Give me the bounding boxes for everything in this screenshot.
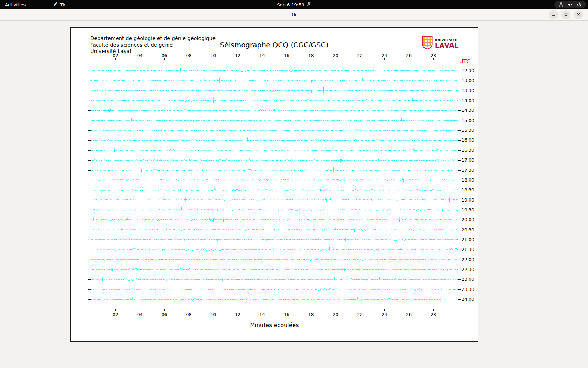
row-time-label: 19:30 [462,207,474,213]
row-time-label: 24:00 [462,297,474,302]
row-tick-left [88,140,91,141]
row-time-label: 18:00 [462,177,474,183]
row-time-label: 15:00 [462,118,474,123]
window-titlebar[interactable]: tk [0,9,588,21]
minimize-button[interactable] [549,10,558,19]
row-tick-right [458,210,461,210]
row-tick-right [458,190,461,190]
row-time-label: 20:30 [462,227,474,233]
row-tick-left [88,230,91,230]
close-button[interactable] [574,10,583,19]
row-tick-right [458,160,461,161]
row-tick-right [458,150,461,151]
row-tick-left [88,170,91,171]
x-tick-label-bottom: 04 [134,312,146,317]
row-tick-left [88,210,91,210]
x-tick-label-top: 02 [110,53,121,58]
x-tick-label-bottom: 28 [427,312,439,317]
x-tick-mark-top [360,58,360,60]
x-tick-mark-top [433,58,434,60]
x-tick-label-top: 08 [183,53,195,58]
row-tick-left [88,160,91,161]
x-tick-label-top: 24 [378,53,390,58]
row-tick-right [458,299,461,300]
seismogram-canvas [91,60,458,309]
row-tick-left [88,71,91,71]
x-tick-mark-bottom [115,309,116,311]
x-tick-mark-top [115,58,116,60]
system-tray-button[interactable] [554,1,586,8]
x-tick-mark-top [311,58,312,60]
minimize-icon [551,12,556,18]
row-tick-right [458,240,461,240]
row-tick-left [88,121,91,121]
x-tick-mark-top [164,58,165,60]
activities-button[interactable]: Activities [1,0,29,9]
row-tick-right [458,130,461,131]
laval-logo: UNIVERSITÉ LAVAL [422,36,459,51]
x-tick-mark-bottom [213,309,214,311]
gnome-top-bar: Activities Tk Sep 6 19:59 [0,0,588,9]
restore-icon [564,12,568,18]
row-tick-left [88,240,91,240]
x-tick-label-bottom: 06 [159,312,170,317]
restore-button[interactable] [561,10,570,19]
row-time-label: 17:00 [462,157,474,163]
x-tick-mark-bottom [189,309,189,311]
x-tick-label-top: 06 [159,53,170,58]
x-tick-label-bottom: 14 [256,312,268,317]
laval-wordmark: UNIVERSITÉ LAVAL [435,39,459,48]
x-tick-label-top: 22 [354,53,366,58]
row-tick-right [458,260,461,260]
row-time-label: 16:30 [462,148,474,153]
x-tick-mark-top [409,58,409,60]
x-tick-mark-bottom [140,309,140,311]
row-tick-right [458,81,461,81]
x-tick-label-bottom: 22 [354,312,366,317]
row-tick-left [88,289,91,290]
row-time-label: 20:00 [462,217,474,223]
row-tick-right [458,230,461,230]
laval-shield-icon [422,36,433,51]
row-time-label: 22:00 [462,257,474,263]
x-tick-mark-top [189,58,189,60]
row-time-label: 16:00 [462,137,474,143]
network-icon [559,2,564,7]
x-tick-mark-top [213,58,214,60]
row-tick-right [458,170,461,171]
row-time-label: 13:00 [462,78,474,83]
row-tick-left [88,200,91,200]
x-tick-mark-bottom [336,309,336,311]
x-tick-mark-top [287,58,287,60]
x-tick-mark-bottom [433,309,434,311]
row-tick-left [88,150,91,151]
row-time-label: 23:30 [462,287,474,292]
row-tick-right [458,110,461,111]
row-time-label: 21:30 [462,247,474,252]
row-tick-right [458,121,461,121]
row-tick-left [88,299,91,300]
row-time-label: 15:30 [462,128,474,133]
x-tick-mark-bottom [287,309,287,311]
x-axis-title: Minutes écoulées [91,322,458,328]
window-title: tk [291,12,297,18]
row-time-label: 18:30 [462,187,474,193]
row-tick-left [88,270,91,270]
row-tick-left [88,101,91,101]
row-tick-left [88,279,91,280]
row-tick-right [458,91,461,91]
x-tick-mark-top [336,58,336,60]
row-tick-right [458,270,461,270]
top-bar-left: Activities Tk [1,0,69,9]
row-time-label: 13:30 [462,88,474,94]
row-tick-left [88,110,91,111]
clock-button[interactable]: Sep 6 19:59 [273,0,315,9]
x-tick-label-top: 18 [305,53,317,58]
row-tick-left [88,81,91,81]
row-tick-right [458,200,461,200]
focused-app-indicator[interactable]: Tk [49,0,69,9]
row-time-label: 21:00 [462,237,474,243]
x-tick-label-bottom: 18 [305,312,317,317]
row-time-label: 12:30 [462,68,474,74]
window-controls [549,10,583,19]
